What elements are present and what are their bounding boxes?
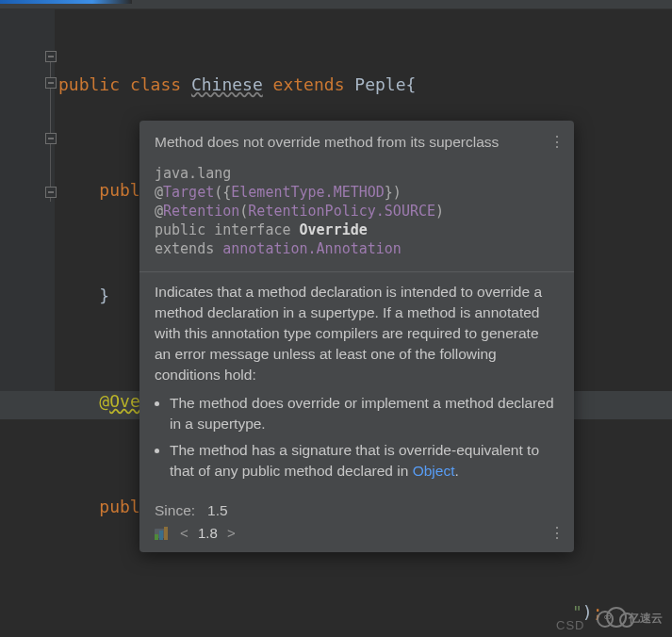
target-annotation[interactable]: Target [163, 184, 214, 201]
signature-block: java.lang @Target({ElementType.METHOD}) … [139, 164, 574, 268]
active-tab-indicator [0, 0, 132, 4]
list-item: The method has a signature that is overr… [170, 440, 559, 482]
since-value: 1.5 [207, 502, 228, 518]
list-text: The method has a signature that is overr… [170, 442, 539, 479]
class-name: Chinese [191, 72, 263, 98]
tooltip-footer: < 1.8 > ⋮ [139, 523, 574, 545]
annotation-at: @ [99, 391, 109, 411]
brace: } [99, 283, 109, 309]
package-name: java.lang [155, 165, 231, 182]
extends-type[interactable]: annotation.Annotation [222, 240, 402, 257]
list-item: The method does override or implement a … [170, 393, 559, 434]
element-type[interactable]: ElementType.METHOD [231, 184, 385, 201]
tooltip-header: Method does not override method from its… [139, 121, 574, 164]
module-icon [155, 527, 170, 540]
keyword: class [130, 72, 181, 98]
paren: ) [435, 203, 444, 220]
keyword: publ [99, 494, 139, 520]
list-text: . [454, 463, 458, 479]
superclass: Peple [354, 72, 405, 98]
more-actions-icon[interactable]: ⋮ [548, 527, 566, 540]
keyword: public [58, 72, 120, 98]
more-actions-icon[interactable]: ⋮ [548, 136, 566, 149]
yisu-watermark: ∞ 亿速云 [589, 601, 664, 635]
keyword: extends [273, 72, 345, 98]
nav-prev[interactable]: < [180, 525, 188, 541]
code-line[interactable]: public class Chinese extends Peple{ [55, 72, 672, 98]
retention-annotation[interactable]: Retention [163, 203, 239, 220]
description-text: Indicates that a method declaration is i… [139, 282, 574, 393]
tab-bar [0, 0, 672, 9]
error-message: Method does not override method from its… [155, 134, 548, 151]
fold-toggle-icon[interactable] [45, 187, 57, 198]
jdk-version: 1.8 [198, 525, 218, 541]
at-sign: @ [155, 203, 163, 220]
fold-toggle-icon[interactable] [45, 133, 57, 144]
paren: }) [385, 184, 402, 201]
watermark-text: 亿速云 [629, 611, 663, 627]
fold-toggle-icon[interactable] [45, 51, 57, 62]
divider [139, 271, 574, 272]
since-row: Since: 1.5 [139, 495, 574, 523]
paren: ( [239, 203, 248, 220]
brace: { [406, 72, 417, 98]
interface-name: Override [300, 221, 368, 238]
nav-next[interactable]: > [227, 525, 236, 541]
list-text: The method does override or implement a … [170, 395, 554, 432]
at-sign: @ [155, 184, 163, 201]
declaration: public interface [155, 221, 300, 238]
quick-doc-tooltip: Method does not override method from its… [139, 121, 574, 552]
condition-list: The method does override or implement a … [139, 393, 574, 495]
object-link[interactable]: Object [413, 463, 455, 479]
csdn-watermark: CSD [556, 618, 584, 632]
extends-kw: extends [155, 240, 222, 257]
paren: ({ [214, 184, 231, 201]
nav-arrows: < 1.8 > [177, 525, 238, 541]
since-label: Since: [155, 502, 195, 518]
gutter [0, 9, 55, 391]
fold-toggle-icon[interactable] [45, 77, 57, 89]
retention-policy[interactable]: RetentionPolicy.SOURCE [248, 203, 435, 220]
